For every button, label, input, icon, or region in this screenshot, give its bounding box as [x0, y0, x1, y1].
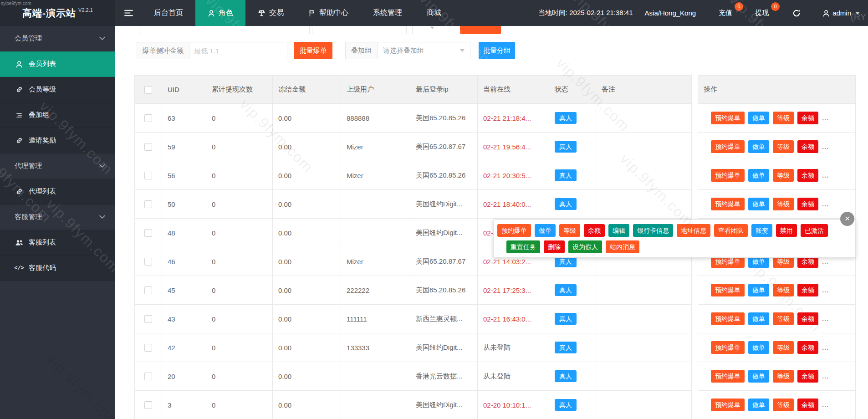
- action-button[interactable]: 做单: [748, 140, 769, 153]
- action-button[interactable]: 等级: [773, 341, 794, 354]
- action-button[interactable]: 等级: [773, 140, 794, 153]
- clipped-orange-button[interactable]: [460, 26, 501, 34]
- row-checkbox[interactable]: [144, 315, 152, 323]
- action-button[interactable]: 做单: [748, 284, 769, 296]
- action-button[interactable]: 余额: [797, 112, 818, 124]
- action-button[interactable]: 预约爆单: [711, 312, 745, 325]
- popup-action-button[interactable]: 站内消息: [606, 240, 639, 253]
- action-button[interactable]: 预约爆单: [711, 112, 745, 124]
- action-button[interactable]: 余额: [797, 312, 818, 325]
- action-button[interactable]: 等级: [773, 370, 794, 383]
- row-checkbox[interactable]: [144, 401, 152, 409]
- filter-input-2[interactable]: [312, 26, 407, 34]
- more-actions-button[interactable]: ...: [822, 200, 829, 208]
- admin-menu[interactable]: admin: [822, 9, 860, 17]
- sidebar-item-10[interactable]: </>客服代码: [0, 255, 115, 281]
- action-button[interactable]: 余额: [797, 198, 818, 210]
- batch-burst-button[interactable]: 批量爆单: [294, 42, 332, 59]
- nav-item-2[interactable]: 角色: [195, 0, 245, 26]
- action-button[interactable]: 余额: [797, 399, 818, 411]
- popup-action-button[interactable]: 地址信息: [677, 224, 710, 237]
- sidebar-item-7[interactable]: 代理列表: [0, 179, 115, 204]
- row-checkbox[interactable]: [144, 286, 152, 294]
- popup-action-button[interactable]: 设为假人: [568, 240, 602, 253]
- more-actions-button[interactable]: ...: [822, 114, 829, 122]
- action-button[interactable]: 做单: [748, 341, 769, 354]
- action-button[interactable]: 等级: [773, 169, 794, 182]
- nav-item-3[interactable]: 交易: [245, 0, 296, 26]
- popup-action-button[interactable]: 重置任务: [506, 240, 540, 253]
- filter-input-1[interactable]: [139, 26, 310, 34]
- popup-action-button[interactable]: 禁用: [776, 224, 797, 237]
- action-button[interactable]: 等级: [773, 112, 794, 124]
- action-button[interactable]: 余额: [797, 169, 818, 182]
- action-button[interactable]: 做单: [748, 370, 769, 383]
- popup-close-button[interactable]: ×: [840, 212, 854, 226]
- more-actions-button[interactable]: ...: [822, 372, 829, 380]
- popup-action-button[interactable]: 已激活: [801, 224, 828, 237]
- more-actions-button[interactable]: ...: [822, 315, 829, 322]
- popup-action-button[interactable]: 删除: [544, 240, 565, 253]
- row-checkbox[interactable]: [144, 344, 152, 352]
- popup-action-button[interactable]: 余额: [584, 224, 605, 237]
- action-button[interactable]: 做单: [748, 312, 769, 325]
- action-button[interactable]: 余额: [797, 370, 818, 383]
- sidebar-item-8[interactable]: 客服管理: [0, 204, 115, 230]
- action-button[interactable]: 等级: [773, 399, 794, 411]
- action-button[interactable]: 余额: [797, 140, 818, 153]
- sidebar-item-1[interactable]: 会员管理: [0, 26, 115, 51]
- action-button[interactable]: 预约爆单: [711, 341, 745, 354]
- action-button[interactable]: 等级: [773, 198, 794, 210]
- action-button[interactable]: 等级: [773, 284, 794, 296]
- action-button[interactable]: 预约爆单: [711, 198, 745, 210]
- action-button[interactable]: 做单: [748, 399, 769, 411]
- action-button[interactable]: 做单: [748, 112, 769, 124]
- nav-item-6[interactable]: 商城: [414, 0, 454, 26]
- action-button[interactable]: 预约爆单: [711, 140, 745, 153]
- action-button[interactable]: 余额: [797, 284, 818, 296]
- more-actions-button[interactable]: ...: [822, 143, 829, 150]
- action-button[interactable]: 等级: [773, 312, 794, 325]
- popup-action-button[interactable]: 编辑: [608, 224, 629, 237]
- action-button[interactable]: 预约爆单: [711, 399, 745, 411]
- popup-action-button[interactable]: 预约爆单: [497, 224, 531, 237]
- row-checkbox[interactable]: [144, 172, 152, 179]
- popup-action-button[interactable]: 等级: [559, 224, 580, 237]
- sidebar-item-9[interactable]: 客服列表: [0, 230, 115, 255]
- withdraw-link[interactable]: 提现 0: [755, 9, 769, 17]
- popup-action-button[interactable]: 账变: [751, 224, 772, 237]
- action-button[interactable]: 预约爆单: [711, 169, 745, 182]
- burst-amount-input[interactable]: [189, 42, 287, 59]
- sort-select[interactable]: [412, 26, 452, 34]
- sidebar-item-4[interactable]: 叠加组: [0, 102, 115, 128]
- popup-action-button[interactable]: 查看团队: [714, 224, 748, 237]
- more-actions-button[interactable]: ...: [822, 401, 829, 409]
- nav-item-4[interactable]: 帮助中心: [296, 0, 361, 26]
- batch-group-button[interactable]: 批量分组: [479, 42, 515, 59]
- row-checkbox[interactable]: [144, 143, 152, 151]
- more-actions-button[interactable]: ...: [822, 286, 829, 294]
- refresh-icon[interactable]: [792, 9, 801, 17]
- row-checkbox[interactable]: [144, 229, 152, 237]
- row-checkbox[interactable]: [144, 258, 152, 266]
- action-button[interactable]: 预约爆单: [711, 284, 745, 296]
- select-all-checkbox[interactable]: [144, 86, 152, 94]
- popup-action-button[interactable]: 银行卡信息: [633, 224, 673, 237]
- more-actions-button[interactable]: ...: [822, 257, 829, 265]
- action-button[interactable]: 预约爆单: [711, 370, 745, 383]
- more-actions-button[interactable]: ...: [822, 171, 829, 179]
- sidebar-item-3[interactable]: 会员等级: [0, 77, 115, 102]
- nav-item-5[interactable]: 系统管理: [361, 0, 414, 26]
- app-logo[interactable]: 高端-演示站 V2.2.1: [0, 0, 115, 26]
- sidebar-item-5[interactable]: 邀请奖励: [0, 128, 115, 153]
- action-button[interactable]: 做单: [748, 198, 769, 210]
- nav-item-1[interactable]: 后台首页: [142, 0, 195, 26]
- row-checkbox[interactable]: [144, 200, 152, 208]
- row-checkbox[interactable]: [144, 114, 152, 122]
- hamburger-icon[interactable]: [115, 0, 142, 26]
- row-checkbox[interactable]: [144, 373, 152, 380]
- action-button[interactable]: 余额: [797, 341, 818, 354]
- recharge-link[interactable]: 充值 0: [719, 9, 732, 17]
- sidebar-item-6[interactable]: 代理管理: [0, 153, 115, 179]
- sidebar-item-2[interactable]: 会员列表: [0, 51, 115, 77]
